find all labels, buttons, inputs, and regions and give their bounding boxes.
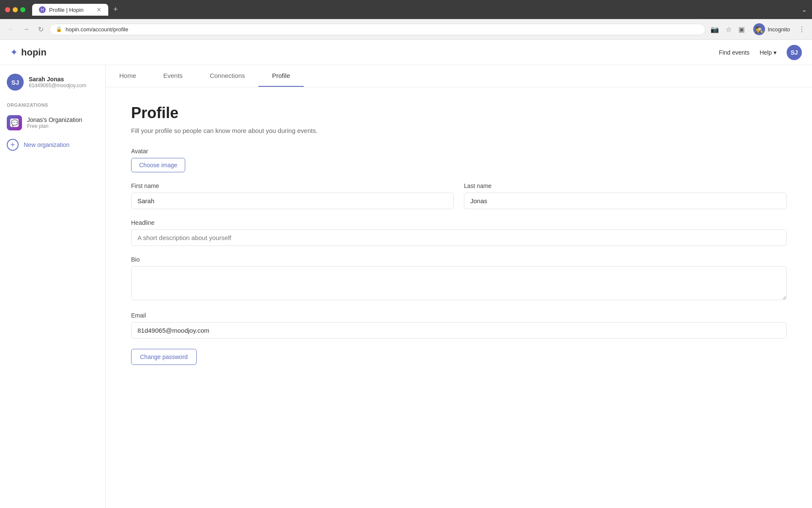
hopin-logo-icon: ✦	[10, 47, 18, 58]
user-avatar-header[interactable]: SJ	[787, 45, 802, 60]
sidebar-user-avatar: SJ	[7, 74, 24, 91]
profile-content: Profile Fill your profile so people can …	[106, 87, 812, 508]
app-container: ✦ hopin Find events Help ▾ SJ SJ Sarah J…	[0, 40, 812, 508]
logo-text: hopin	[21, 47, 47, 58]
tab-home[interactable]: Home	[106, 65, 150, 87]
browser-toolbar: ← → ↻ 🔒 hopin.com/account/profile 📷 ☆ ▣ …	[0, 19, 812, 40]
tab-navigation: Home Events Connections Profile	[106, 65, 812, 87]
email-section: Email	[131, 312, 787, 339]
camera-off-icon[interactable]: 📷	[709, 24, 721, 35]
main-layout: SJ Sarah Jonas 81d49065@moodjoy.com ORGA…	[0, 65, 812, 508]
profile-subtitle: Fill your profile so people can know mor…	[131, 127, 787, 134]
incognito-label: Incognito	[768, 26, 790, 33]
tab-connections[interactable]: Connections	[196, 65, 258, 87]
name-row: First name Last name	[131, 182, 787, 209]
new-org-label: New organization	[24, 141, 69, 148]
traffic-lights	[5, 7, 25, 12]
change-password-section: Change password	[131, 349, 787, 365]
help-dropdown-icon: ▾	[774, 49, 776, 56]
back-button[interactable]: ←	[5, 24, 17, 35]
tab-list-dropdown[interactable]: ⌄	[801, 6, 807, 14]
choose-image-button[interactable]: Choose image	[131, 158, 185, 172]
tab-events[interactable]: Events	[150, 65, 196, 87]
first-name-group: First name	[131, 182, 454, 209]
new-organization-button[interactable]: + New organization	[0, 135, 105, 155]
sidebar-user-name: Sarah Jonas	[29, 76, 86, 83]
sidebar-org-info: Jonas's Organization Free plan	[27, 116, 82, 129]
organizations-section-label: ORGANIZATIONS	[0, 99, 105, 111]
close-window-button[interactable]	[5, 7, 10, 12]
sidebar-organization[interactable]: 💬 Jonas's Organization Free plan	[0, 111, 105, 135]
sidebar-user-info: Sarah Jonas 81d49065@moodjoy.com	[29, 76, 86, 88]
maximize-window-button[interactable]	[20, 7, 25, 12]
forward-button[interactable]: →	[20, 24, 32, 35]
app-header: ✦ hopin Find events Help ▾ SJ	[0, 40, 812, 65]
avatar-label: Avatar	[131, 148, 787, 155]
sidebar-org-name: Jonas's Organization	[27, 116, 82, 123]
logo[interactable]: ✦ hopin	[10, 47, 47, 58]
first-name-label: First name	[131, 182, 454, 189]
email-label: Email	[131, 312, 787, 319]
content-area: Home Events Connections Profile Profile …	[106, 65, 812, 508]
tab-close-button[interactable]: ✕	[96, 6, 102, 13]
new-tab-button[interactable]: +	[110, 3, 121, 16]
incognito-button[interactable]: 🕵 Incognito	[750, 22, 793, 37]
headline-label: Headline	[131, 219, 787, 226]
email-input[interactable]	[131, 322, 787, 339]
address-bar[interactable]: 🔒 hopin.com/account/profile	[49, 24, 705, 35]
org-icon-inner: 💬	[10, 119, 19, 127]
bookmark-icon[interactable]: ☆	[724, 24, 733, 35]
active-tab[interactable]: H Profile | Hopin ✕	[32, 4, 108, 16]
refresh-button[interactable]: ↻	[36, 24, 46, 35]
browser-titlebar: H Profile | Hopin ✕ + ⌄	[0, 0, 812, 19]
org-icon: 💬	[7, 115, 22, 130]
toolbar-actions: 📷 ☆ ▣ 🕵 Incognito ⋮	[709, 22, 807, 37]
browser-chrome: H Profile | Hopin ✕ + ⌄ ← → ↻ 🔒 hopin.co…	[0, 0, 812, 40]
bio-label: Bio	[131, 256, 787, 263]
minimize-window-button[interactable]	[13, 7, 18, 12]
sidebar: SJ Sarah Jonas 81d49065@moodjoy.com ORGA…	[0, 65, 106, 508]
last-name-input[interactable]	[464, 193, 787, 209]
find-events-button[interactable]: Find events	[719, 49, 749, 56]
sidebar-toggle-button[interactable]: ▣	[737, 24, 746, 35]
browser-tabs: H Profile | Hopin ✕ +	[32, 3, 798, 16]
headline-input[interactable]	[131, 229, 787, 246]
last-name-group: Last name	[464, 182, 787, 209]
tab-profile[interactable]: Profile	[258, 65, 304, 87]
incognito-avatar: 🕵	[753, 23, 765, 35]
sidebar-user-email: 81d49065@moodjoy.com	[29, 83, 86, 88]
header-nav: Find events Help ▾ SJ	[719, 45, 802, 60]
profile-title: Profile	[131, 104, 787, 122]
new-org-plus-icon: +	[7, 139, 19, 151]
avatar-section: Avatar Choose image	[131, 148, 787, 172]
url-text: hopin.com/account/profile	[66, 26, 699, 33]
help-button[interactable]: Help ▾	[760, 49, 776, 56]
sidebar-org-plan: Free plan	[27, 123, 82, 129]
help-label: Help	[760, 49, 772, 56]
tab-favicon: H	[39, 6, 46, 13]
bio-textarea[interactable]	[131, 266, 787, 300]
change-password-button[interactable]: Change password	[131, 349, 197, 365]
browser-menu-button[interactable]: ⋮	[797, 24, 807, 35]
first-name-input[interactable]	[131, 193, 454, 209]
headline-section: Headline	[131, 219, 787, 246]
sidebar-user[interactable]: SJ Sarah Jonas 81d49065@moodjoy.com	[0, 65, 105, 99]
tab-title: Profile | Hopin	[49, 7, 93, 13]
bio-section: Bio	[131, 256, 787, 302]
secure-icon: 🔒	[56, 26, 62, 32]
last-name-label: Last name	[464, 182, 787, 189]
